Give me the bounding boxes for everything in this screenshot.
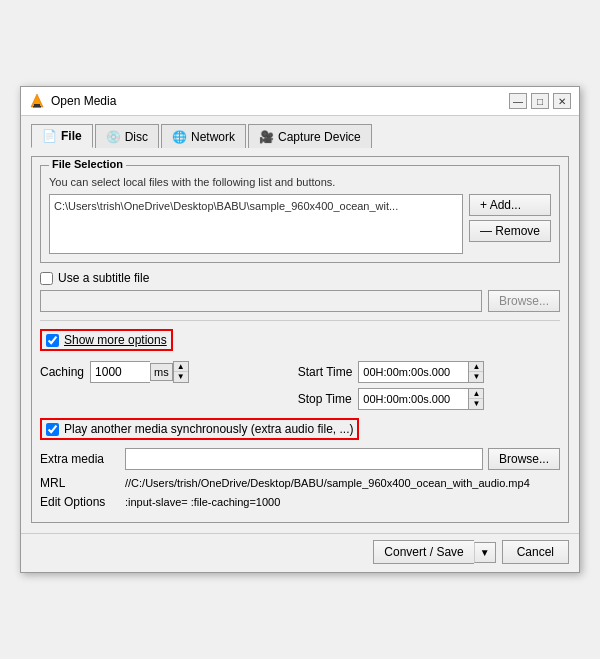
- title-bar-left: Open Media: [29, 93, 116, 109]
- remove-button[interactable]: — Remove: [469, 220, 551, 242]
- subtitle-checkbox[interactable]: [40, 272, 53, 285]
- stop-time-spinners: ▲ ▼: [468, 388, 484, 410]
- cancel-button[interactable]: Cancel: [502, 540, 569, 564]
- mrl-row: MRL //C:/Users/trish/OneDrive/Desktop/BA…: [40, 476, 560, 490]
- file-list-area[interactable]: C:\Users\trish\OneDrive\Desktop\BABU\sam…: [49, 194, 463, 254]
- title-bar-controls: — □ ✕: [509, 93, 571, 109]
- subtitle-label[interactable]: Use a subtitle file: [58, 271, 149, 285]
- extra-media-row: Extra media Browse...: [40, 448, 560, 470]
- tab-disc[interactable]: 💿 Disc: [95, 124, 159, 148]
- stop-time-label: Stop Time: [298, 392, 353, 406]
- divider: [40, 320, 560, 321]
- disc-tab-icon: 💿: [106, 130, 121, 144]
- caching-spinners: ▲ ▼: [173, 361, 189, 383]
- tab-file[interactable]: 📄 File: [31, 124, 93, 148]
- start-time-row: ▲ ▼: [358, 361, 484, 383]
- start-time-label: Start Time: [298, 365, 353, 379]
- caching-spin-up[interactable]: ▲: [174, 362, 188, 372]
- subtitle-input[interactable]: [40, 290, 482, 312]
- edit-options-value: :input-slave= :file-caching=1000: [125, 496, 560, 508]
- window-title: Open Media: [51, 94, 116, 108]
- network-tab-icon: 🌐: [172, 130, 187, 144]
- tab-capture[interactable]: 🎥 Capture Device: [248, 124, 372, 148]
- caching-unit: ms: [150, 363, 173, 381]
- vlc-icon: [29, 93, 45, 109]
- extra-media-input[interactable]: [125, 448, 483, 470]
- file-tab-icon: 📄: [42, 129, 57, 143]
- stop-time-spin-up[interactable]: ▲: [469, 389, 483, 399]
- tab-disc-label: Disc: [125, 130, 148, 144]
- subtitle-browse-button[interactable]: Browse...: [488, 290, 560, 312]
- file-buttons: + Add... — Remove: [469, 194, 551, 254]
- open-media-window: Open Media — □ ✕ 📄 File 💿 Disc 🌐 Network: [20, 86, 580, 573]
- stop-time-spin-down[interactable]: ▼: [469, 399, 483, 409]
- show-more-options-row: Show more options: [40, 329, 173, 351]
- minimize-button[interactable]: —: [509, 93, 527, 109]
- file-selection-group: File Selection You can select local file…: [40, 165, 560, 263]
- start-time-spinners: ▲ ▼: [468, 361, 484, 383]
- mrl-label: MRL: [40, 476, 120, 490]
- tab-network-label: Network: [191, 130, 235, 144]
- options-grid: Caching ms ▲ ▼ Start Time ▲ ▼: [40, 361, 560, 410]
- file-list-item: C:\Users\trish\OneDrive\Desktop\BABU\sam…: [54, 198, 458, 214]
- start-time-spin-up[interactable]: ▲: [469, 362, 483, 372]
- convert-save-dropdown[interactable]: ▼: [474, 542, 496, 563]
- show-more-label[interactable]: Show more options: [64, 333, 167, 347]
- edit-options-row: Edit Options :input-slave= :file-caching…: [40, 495, 560, 509]
- close-button[interactable]: ✕: [553, 93, 571, 109]
- capture-tab-icon: 🎥: [259, 130, 274, 144]
- caching-input[interactable]: [90, 361, 150, 383]
- svg-rect-2: [33, 106, 41, 108]
- tabs-bar: 📄 File 💿 Disc 🌐 Network 🎥 Capture Device: [31, 124, 569, 148]
- caching-label: Caching: [40, 365, 84, 379]
- stop-time-row: ▲ ▼: [358, 388, 484, 410]
- mrl-value: //C:/Users/trish/OneDrive/Desktop/BABU/s…: [125, 477, 560, 489]
- sync-play-label[interactable]: Play another media synchronously (extra …: [64, 422, 353, 436]
- add-button[interactable]: + Add...: [469, 194, 551, 216]
- convert-save-button-group: Convert / Save ▼: [373, 540, 495, 564]
- edit-options-label: Edit Options: [40, 495, 120, 509]
- maximize-button[interactable]: □: [531, 93, 549, 109]
- tab-file-label: File: [61, 129, 82, 143]
- content-area: 📄 File 💿 Disc 🌐 Network 🎥 Capture Device…: [21, 116, 579, 533]
- group-title: File Selection: [49, 158, 126, 170]
- caching-spin-down[interactable]: ▼: [174, 372, 188, 382]
- file-panel: File Selection You can select local file…: [31, 156, 569, 523]
- file-row: C:\Users\trish\OneDrive\Desktop\BABU\sam…: [49, 194, 551, 254]
- convert-save-button[interactable]: Convert / Save: [373, 540, 473, 564]
- sync-play-checkbox[interactable]: [46, 423, 59, 436]
- stop-time-input[interactable]: [358, 388, 468, 410]
- start-time-input[interactable]: [358, 361, 468, 383]
- sync-play-row: Play another media synchronously (extra …: [40, 418, 359, 440]
- extra-media-browse-button[interactable]: Browse...: [488, 448, 560, 470]
- tab-capture-label: Capture Device: [278, 130, 361, 144]
- extra-media-label: Extra media: [40, 452, 120, 466]
- svg-rect-1: [34, 104, 40, 106]
- caching-control: ms ▲ ▼: [90, 361, 292, 383]
- show-more-checkbox[interactable]: [46, 334, 59, 347]
- group-hint: You can select local files with the foll…: [49, 176, 551, 188]
- bottom-bar: Convert / Save ▼ Cancel: [21, 533, 579, 572]
- subtitle-checkbox-row: Use a subtitle file: [40, 271, 560, 285]
- tab-network[interactable]: 🌐 Network: [161, 124, 246, 148]
- start-time-spin-down[interactable]: ▼: [469, 372, 483, 382]
- title-bar: Open Media — □ ✕: [21, 87, 579, 116]
- subtitle-row: Browse...: [40, 290, 560, 312]
